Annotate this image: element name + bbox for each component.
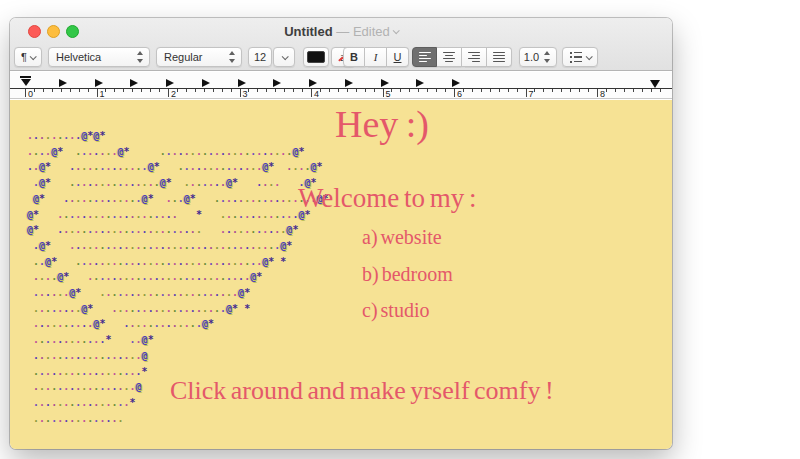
align-left-button[interactable] xyxy=(412,47,437,67)
tab-stop-marker[interactable] xyxy=(238,79,246,87)
align-right-button[interactable] xyxy=(462,47,487,67)
pilcrow-icon: ¶ xyxy=(21,51,27,63)
ruler-tick xyxy=(222,89,223,92)
ruler-tick xyxy=(132,89,133,92)
list-icon xyxy=(570,52,582,63)
ruler-tick xyxy=(266,89,267,92)
left-indent-marker[interactable] xyxy=(21,79,31,86)
tab-stop-marker[interactable] xyxy=(59,79,67,87)
align-justify-button[interactable] xyxy=(487,47,512,67)
ruler-tick xyxy=(526,89,527,97)
ruler-tick xyxy=(651,89,652,92)
stepper-icon xyxy=(228,51,237,63)
font-size-menu-button[interactable] xyxy=(273,47,295,67)
tab-stop-marker[interactable] xyxy=(202,79,210,87)
ruler-tick xyxy=(445,89,446,92)
ruler-tick xyxy=(88,89,89,92)
ruler-tick xyxy=(660,89,661,92)
ruler-tick xyxy=(97,89,98,97)
list-item[interactable]: a) website xyxy=(362,226,442,249)
tab-stop-marker[interactable] xyxy=(309,79,317,87)
align-right-icon xyxy=(468,52,480,63)
ruler-tick xyxy=(543,89,544,92)
ruler-number: 7 xyxy=(529,89,534,99)
chevron-down-icon xyxy=(281,53,288,60)
ruler-tick xyxy=(579,89,580,92)
document-canvas[interactable]: .........@*@* ....@* .......@* .........… xyxy=(10,100,672,449)
ruler-tick xyxy=(52,89,53,92)
title-separator: — xyxy=(336,24,349,39)
ruler-tick xyxy=(436,89,437,92)
list-item[interactable]: c) studio xyxy=(362,299,429,322)
edited-status[interactable]: Edited xyxy=(353,24,390,39)
text-color-button[interactable] xyxy=(303,47,329,67)
ruler-tick xyxy=(624,89,625,92)
tab-stop-marker[interactable] xyxy=(273,79,281,87)
ruler-tick xyxy=(633,89,634,92)
ruler-tick xyxy=(427,89,428,92)
paragraph-style-button[interactable]: ¶ xyxy=(14,47,42,67)
ruler-tick xyxy=(481,89,482,92)
align-center-button[interactable] xyxy=(437,47,462,67)
ruler-tick xyxy=(34,89,35,92)
ruler-tick xyxy=(490,89,491,92)
black-swatch-icon xyxy=(307,51,325,63)
ruler-tick xyxy=(320,89,321,92)
footer-text[interactable]: Click around and make yrself comfy ! xyxy=(170,376,554,406)
ruler-tick xyxy=(177,89,178,92)
first-line-indent-marker[interactable] xyxy=(20,76,31,78)
ruler-tick xyxy=(552,89,553,92)
ruler-tick xyxy=(409,89,410,92)
ruler-tick xyxy=(400,89,401,92)
font-size-field[interactable]: 12 xyxy=(248,47,272,67)
italic-label: I xyxy=(374,51,378,63)
ruler-number: 6 xyxy=(457,89,462,99)
right-indent-marker[interactable] xyxy=(650,80,660,88)
ruler-tick xyxy=(517,89,518,92)
line-spacing-stepper[interactable]: 1.0 xyxy=(519,47,557,67)
document-title: Untitled xyxy=(284,24,332,39)
ruler-tick xyxy=(43,89,44,92)
tab-stop-marker[interactable] xyxy=(345,79,353,87)
tab-stop-marker[interactable] xyxy=(416,79,424,87)
ruler-number: 2 xyxy=(171,89,176,99)
ruler-tick xyxy=(463,89,464,92)
ruler-tick xyxy=(561,89,562,92)
tab-stop-marker[interactable] xyxy=(381,79,389,87)
ruler-tick xyxy=(642,89,643,92)
tab-stop-marker[interactable] xyxy=(166,79,174,87)
font-style-select[interactable]: Regular xyxy=(156,47,242,67)
ruler-tick xyxy=(302,89,303,92)
ruler-number: 5 xyxy=(386,89,391,99)
tab-stop-marker[interactable] xyxy=(130,79,138,87)
ruler-tick xyxy=(275,89,276,92)
italic-button[interactable]: I xyxy=(365,47,387,67)
ruler-tick xyxy=(70,89,71,92)
list-style-button[interactable] xyxy=(562,47,598,67)
bold-button[interactable]: B xyxy=(343,47,365,67)
textedit-window: Untitled — Edited ¶ Helvetica Regular 12 xyxy=(10,18,672,449)
bold-label: B xyxy=(350,51,358,63)
underline-button[interactable]: U xyxy=(387,47,409,67)
window-title: Untitled — Edited xyxy=(10,24,672,39)
ruler-tick xyxy=(570,89,571,92)
ruler-tick xyxy=(338,89,339,92)
title-bar: Untitled — Edited xyxy=(10,18,672,45)
tab-stop-marker[interactable] xyxy=(452,79,460,87)
subheading-text[interactable]: Welcome to my : xyxy=(298,183,477,214)
list-item[interactable]: b) bedroom xyxy=(362,263,453,286)
heading-text[interactable]: Hey :) xyxy=(335,102,429,146)
ruler-tick xyxy=(454,89,455,97)
font-family-select[interactable]: Helvetica xyxy=(48,47,150,67)
title-menu-chevron-icon[interactable] xyxy=(392,27,399,34)
ruler-tick xyxy=(391,89,392,92)
ruler-tick xyxy=(150,89,151,92)
ruler-tick xyxy=(374,89,375,92)
ruler-tick xyxy=(472,89,473,92)
chevron-down-icon xyxy=(585,53,592,60)
ruler-tick xyxy=(311,89,312,97)
ruler-tick xyxy=(508,89,509,92)
tab-stop-marker[interactable] xyxy=(95,79,103,87)
ruler-tick xyxy=(79,89,80,92)
ruler-tick xyxy=(231,89,232,92)
